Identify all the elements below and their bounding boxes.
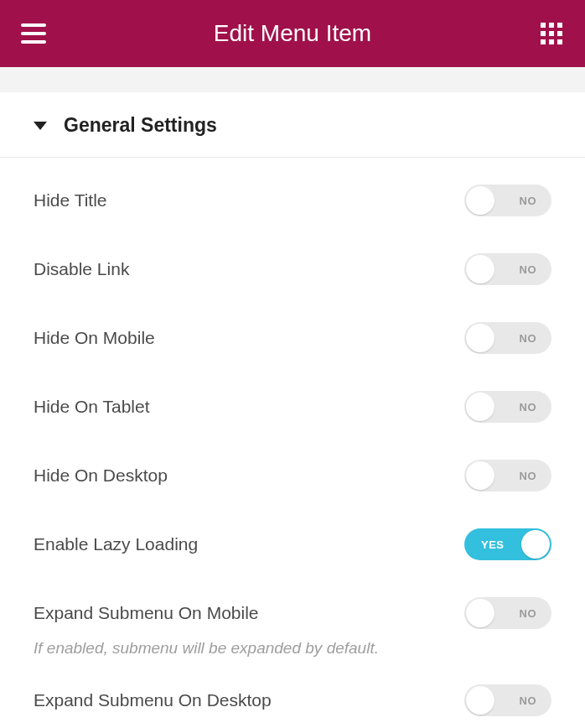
caret-down-icon [34,122,47,130]
section-title: General Settings [64,114,217,137]
toggle-switch[interactable]: YES [464,528,551,560]
toggle-state-label: NO [520,694,537,707]
section-header[interactable]: General Settings [0,92,585,158]
svg-rect-5 [557,23,562,28]
setting-row: Hide TitleNO [34,166,551,235]
toggle-state-label: NO [520,195,537,207]
setting-row: Hide On TabletNO [34,372,551,441]
svg-rect-4 [549,23,554,28]
toggle-switch[interactable]: NO [464,322,551,354]
setting-label: Hide On Tablet [34,397,150,417]
toggle-switch[interactable]: NO [464,185,551,216]
toggle-knob [521,530,550,559]
toggle-state-label: NO [520,401,537,413]
setting-row: Hide On DesktopNO [34,441,551,510]
setting-label: Hide On Desktop [34,465,168,486]
toggle-knob [466,324,494,352]
setting-label: Expand Submenu On Desktop [34,690,272,710]
toggle-switch[interactable]: NO [464,391,551,423]
toggle-switch[interactable]: NO [464,684,551,716]
setting-label: Expand Submenu On Mobile [34,603,259,623]
toggle-state-label: YES [481,538,505,551]
svg-rect-10 [549,39,554,44]
svg-rect-0 [21,23,46,27]
menu-icon[interactable] [20,20,47,47]
setting-row: Hide On MobileNO [34,304,551,372]
app-header: Edit Menu Item [0,0,585,67]
toggle-state-label: NO [520,470,537,482]
svg-rect-6 [541,31,546,36]
svg-rect-11 [557,39,562,44]
tab-strip [0,67,585,92]
svg-rect-8 [557,31,562,36]
svg-rect-3 [541,23,546,28]
apps-grid-icon[interactable] [538,20,565,47]
toggle-knob [466,461,494,490]
svg-rect-1 [21,32,46,35]
toggle-state-label: NO [520,332,537,345]
toggle-knob [466,255,494,283]
setting-label: Disable Link [34,259,129,279]
toggle-knob [466,186,494,215]
toggle-switch[interactable]: NO [464,460,551,491]
svg-rect-7 [549,31,554,36]
toggle-state-label: NO [520,607,537,620]
setting-row: Expand Submenu On DesktopNO [34,666,551,728]
setting-row: Enable Lazy LoadingYES [34,510,551,579]
setting-label: Hide On Mobile [34,328,155,348]
toggle-state-label: NO [520,263,537,276]
setting-label: Hide Title [34,190,107,211]
setting-hint: If enabled, submenu will be expanded by … [34,639,551,658]
toggle-knob [466,599,494,627]
setting-row: Disable LinkNO [34,235,551,304]
toggle-switch[interactable]: NO [464,253,551,285]
toggle-knob [466,686,494,715]
toggle-knob [466,393,494,421]
setting-label: Enable Lazy Loading [34,534,198,554]
toggle-switch[interactable]: NO [464,597,551,629]
settings-list: Hide TitleNODisable LinkNOHide On Mobile… [0,158,585,728]
setting-row: Expand Submenu On MobileNO [34,579,551,647]
svg-rect-9 [541,39,546,44]
svg-rect-2 [21,40,46,44]
page-title: Edit Menu Item [47,20,538,47]
